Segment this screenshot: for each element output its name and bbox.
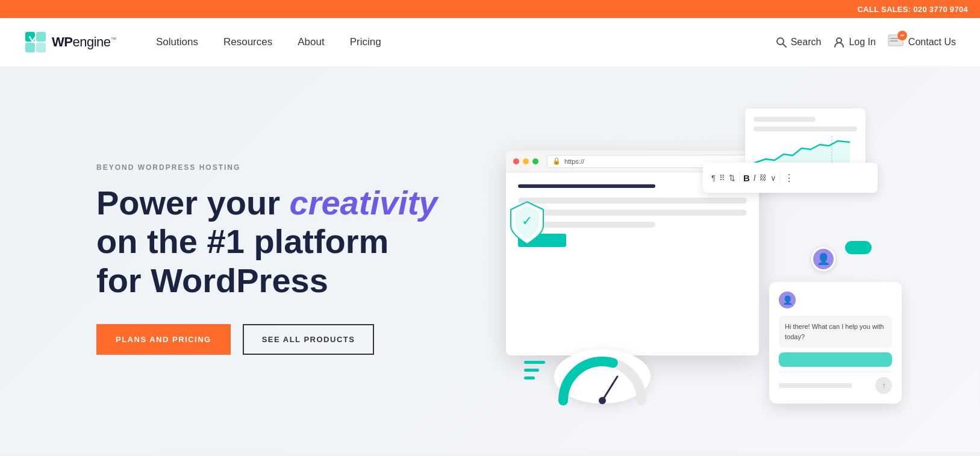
chat-input-line <box>779 383 852 388</box>
chat-avatar: 👤 <box>779 292 796 308</box>
hero-title-plain: Power your <box>96 184 290 222</box>
hero-title-rest: on the #1 platformfor WordPress <box>96 222 389 299</box>
logo-text: WPengine™ <box>52 34 116 50</box>
svg-rect-1 <box>36 32 46 42</box>
plans-pricing-button[interactable]: PLANS AND PRICING <box>96 324 231 355</box>
analytics-line-2 <box>754 126 857 131</box>
nav-solutions[interactable]: Solutions <box>146 31 208 53</box>
svg-point-6 <box>837 38 841 43</box>
top-banner: CALL SALES: 020 3770 9704 <box>0 0 980 18</box>
contact-label: Contact Us <box>908 37 956 48</box>
nav-resources[interactable]: Resources <box>214 31 282 53</box>
chat-message-agent: Hi there! What can I help you with today… <box>779 316 892 348</box>
gauge-dash-1 <box>524 361 545 364</box>
notif-badge: •• <box>897 31 907 40</box>
svg-text:✓: ✓ <box>522 213 532 228</box>
toolbar-italic[interactable]: I <box>754 173 756 183</box>
svg-rect-2 <box>25 43 35 52</box>
url-text: https:// <box>564 158 584 165</box>
logo-link[interactable]: WPengine™ <box>24 31 116 54</box>
hero-subtitle: BEYOND WORDPRESS HOSTING <box>96 163 506 172</box>
lock-icon-text: 🔒 <box>552 157 561 165</box>
toolbar-link[interactable]: ⛓ <box>760 173 767 182</box>
title-bar-dark <box>518 184 655 188</box>
user-avatar: 👤 <box>811 247 835 271</box>
search-icon <box>775 36 787 48</box>
logo-icon <box>24 31 47 54</box>
shield-container: ✓ <box>506 199 548 249</box>
login-link[interactable]: Log In <box>833 36 875 48</box>
hero-content: BEYOND WORDPRESS HOSTING Power your crea… <box>96 163 506 355</box>
contact-link[interactable]: •• Contact Us <box>888 34 956 50</box>
right-nav: Search Log In •• Contact Us <box>775 34 956 50</box>
chat-send-button[interactable]: ↑ <box>875 377 892 394</box>
teal-toggle-container <box>845 241 872 254</box>
toolbar-divider-2 <box>780 172 781 184</box>
dot-green <box>532 158 538 164</box>
user-avatar-container: 👤 <box>811 247 835 271</box>
toolbar-chevron[interactable]: ∨ <box>770 173 776 183</box>
chat-message-user <box>779 352 892 367</box>
hero-title-highlight: creativity <box>290 184 438 222</box>
dot-yellow <box>523 158 529 164</box>
svg-rect-3 <box>36 43 46 52</box>
nav-pricing[interactable]: Pricing <box>340 31 391 53</box>
speed-gauge-svg <box>554 349 651 410</box>
chat-widget: 👤 Hi there! What can I help you with tod… <box>769 282 902 404</box>
login-label: Log In <box>849 37 875 48</box>
svg-line-11 <box>602 376 617 401</box>
toolbar-grid: ⠿ <box>719 173 725 183</box>
gauge-dash-3 <box>524 376 535 379</box>
content-lines <box>518 198 747 228</box>
analytics-line-1 <box>754 117 816 122</box>
main-nav: Solutions Resources About Pricing <box>146 31 775 53</box>
search-label: Search <box>791 37 822 48</box>
chat-header: 👤 <box>779 292 892 308</box>
user-icon <box>833 36 845 48</box>
see-all-products-button[interactable]: SEE ALL PRODUCTS <box>243 324 375 355</box>
toolbar-more[interactable]: ⋮ <box>784 172 794 184</box>
gauge-dash-2 <box>524 369 539 372</box>
editor-toolbar: ¶ ⠿ ⇅ B I ⛓ ∨ ⋮ <box>703 163 878 193</box>
teal-toggle[interactable] <box>845 241 872 254</box>
hero-title: Power your creativity on the #1 platform… <box>96 184 506 300</box>
speed-gauge-container <box>554 349 651 404</box>
toolbar-bold[interactable]: B <box>743 173 750 183</box>
main-header: WPengine™ Solutions Resources About Pric… <box>0 18 980 66</box>
shield-icon: ✓ <box>506 199 548 247</box>
content-line-2 <box>518 210 747 216</box>
dot-red <box>513 158 519 164</box>
call-sales-link[interactable]: CALL SALES: 020 3770 9704 <box>857 5 968 14</box>
toolbar-paragraph: ¶ <box>711 173 716 183</box>
hero-section: BEYOND WORDPRESS HOSTING Power your crea… <box>0 66 980 452</box>
toolbar-arrows: ⇅ <box>729 173 735 183</box>
hero-illustration: 🔒 https:// <box>506 102 884 416</box>
content-line-1 <box>518 198 747 204</box>
svg-line-5 <box>783 44 786 47</box>
search-link[interactable]: Search <box>775 36 822 48</box>
mockup-container: 🔒 https:// <box>506 102 884 416</box>
hero-buttons: PLANS AND PRICING SEE ALL PRODUCTS <box>96 324 506 355</box>
chat-input-area: ↑ <box>779 372 892 394</box>
gauge-dashes <box>524 361 545 379</box>
toolbar-divider-1 <box>739 172 740 184</box>
nav-about[interactable]: About <box>288 31 334 53</box>
